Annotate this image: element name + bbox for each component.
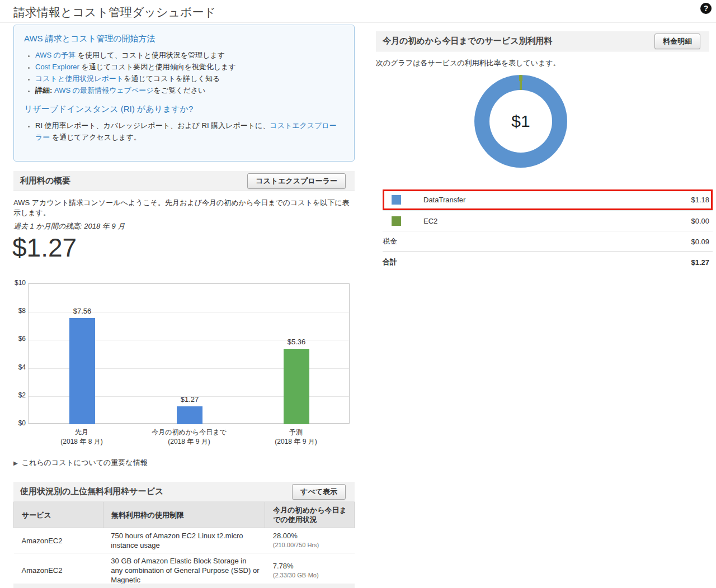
important-info-disclosure[interactable]: ▶これらのコストについての重要な情報: [13, 458, 148, 468]
bar: [284, 349, 309, 424]
reserved-instances-title-link[interactable]: リザーブドインスタンス (RI) がありますか?: [24, 104, 344, 115]
service-costs-legend: DataTransfer $1.18 EC2 $0.00 税金 $0.09 合計…: [383, 189, 713, 272]
legend-amount: $0.09: [691, 238, 709, 246]
bar-chart-plot-area: $7.56$1.27$5.36: [28, 283, 350, 424]
y-axis-tick: $8: [13, 307, 26, 315]
bar-value-label: $1.27: [136, 395, 243, 404]
list-item: Cost Explorer を通じてコスト要因と使用傾向を視覚化します: [35, 61, 344, 73]
column-header-service: サービス: [14, 502, 103, 528]
donut-center-label: $1: [489, 90, 552, 153]
ec2-color-swatch: [392, 216, 401, 226]
reserved-instances-list: RI 使用率レポート、カバレッジレポート、および RI 購入レポートに、コストエ…: [26, 120, 344, 143]
bar-value-label: $7.56: [29, 307, 136, 315]
datatransfer-color-swatch: [392, 195, 401, 205]
legend-amount: $1.18: [691, 196, 709, 204]
cost-explorer-link[interactable]: Cost Explorer: [35, 63, 79, 71]
title-divider: [0, 22, 716, 23]
list-item-text: をご覧ください: [154, 86, 206, 94]
legend-label: EC2: [423, 217, 437, 225]
y-axis-tick: $4: [13, 363, 26, 371]
spend-summary-header: 利用料の概要 コストエクスプローラー: [13, 171, 355, 191]
usage-percent: 28.00%: [273, 531, 349, 540]
bar-value-label: $5.36: [243, 338, 350, 346]
x-axis-label: 先月(2018 年 8 月): [28, 428, 135, 447]
table-row: AmazonEC2 30 GB of Amazon Elastic Block …: [14, 553, 355, 588]
whats-new-link[interactable]: AWS の最新情報ウェブページ: [54, 86, 154, 94]
list-item: コストと使用状況レポートを通じてコストを詳しく知る: [35, 73, 344, 84]
partial-next-section: [13, 584, 355, 588]
cost-usage-report-link[interactable]: コストと使用状況レポート: [35, 74, 124, 83]
legend-row-total: 合計 $1.27: [383, 252, 713, 272]
limit-cell: 750 hours of Amazon EC2 Linux t2.micro i…: [103, 528, 265, 553]
show-all-button[interactable]: すべて表示: [292, 484, 346, 500]
list-item-text: を使用して、コストと使用状況を管理します: [76, 51, 225, 59]
x-axis-label: 予測(2018 年 9 月): [242, 428, 350, 447]
bar: [177, 406, 202, 424]
cost-donut-chart: $1: [474, 75, 567, 168]
help-icon[interactable]: ?: [700, 3, 712, 14]
list-item-text: を通じてコストを詳しく知る: [124, 74, 220, 83]
cost-bar-chart: $7.56$1.27$5.36 $0$2$4$6$8$10先月(2018 年 8…: [13, 279, 355, 453]
list-item: 詳細: AWS の最新情報ウェブページをご覧ください: [35, 84, 344, 96]
legend-row-tax: 税金 $0.09: [383, 231, 713, 252]
limit-cell: 30 GB of Amazon Elastic Block Storage in…: [103, 553, 265, 588]
getting-started-title-link[interactable]: AWS 請求とコスト管理の開始方法: [24, 34, 344, 44]
disclosure-triangle-icon: ▶: [13, 460, 18, 466]
usage-detail: (210.00/750 Hrs): [273, 540, 349, 550]
free-tier-title: 使用状況別の上位無料利用枠サービス: [20, 486, 163, 497]
usage-cell: 7.78% (2.33/30 GB-Mo): [265, 553, 355, 588]
service-costs-header: 今月の初めから今日までのサービス別利用料 料金明細: [376, 31, 709, 51]
list-item-text: を通じてアクセスします。: [50, 133, 141, 141]
balance-amount: $1.27: [12, 233, 77, 263]
balance-label: 過去 1 か月間の残高: 2018 年 9 月: [13, 221, 125, 231]
service-costs-description: 次のグラフは各サービスの利用料比率を表しています。: [376, 58, 709, 68]
service-cell: AmazonEC2: [14, 553, 103, 588]
table-row: AmazonEC2 750 hours of Amazon EC2 Linux …: [14, 528, 355, 553]
cost-explorer-button[interactable]: コストエクスプローラー: [247, 173, 346, 189]
legend-label: DataTransfer: [423, 196, 465, 204]
x-axis-label: 今月の初めから今日まで(2018 年 9 月): [135, 428, 243, 447]
list-item: AWS の予算 を使用して、コストと使用状況を管理します: [35, 49, 344, 61]
usage-detail: (2.33/30 GB-Mo): [273, 571, 349, 580]
welcome-text: AWS アカウント請求コンソールへようこそ。先月および今月の初めから今日までのコ…: [13, 198, 355, 218]
legend-row-ec2: EC2 $0.00: [383, 210, 713, 231]
service-cell: AmazonEC2: [14, 528, 103, 553]
y-axis-tick: $2: [13, 391, 26, 399]
bar: [69, 318, 95, 424]
free-tier-table: サービス 無料利用枠の使用制限 今月の初めから今日までの使用状況 AmazonE…: [13, 502, 355, 588]
y-axis-tick: $0: [13, 419, 26, 427]
important-info-label: これらのコストについての重要な情報: [22, 458, 148, 467]
y-axis-tick: $6: [13, 335, 26, 343]
y-axis-tick: $10: [13, 279, 26, 287]
list-item: RI 使用率レポート、カバレッジレポート、および RI 購入レポートに、コストエ…: [35, 120, 344, 143]
usage-cell: 28.00% (210.00/750 Hrs): [265, 528, 355, 553]
budgets-link[interactable]: AWS の予算: [35, 51, 76, 59]
legend-label: 合計: [383, 257, 397, 267]
service-costs-title: 今月の初めから今日までのサービス別利用料: [383, 36, 553, 46]
page-title: 請求情報とコスト管理ダッシュボード: [13, 4, 216, 20]
free-tier-header: 使用状況別の上位無料利用枠サービス すべて表示: [13, 482, 355, 502]
column-header-usage: 今月の初めから今日までの使用状況: [265, 502, 355, 528]
detail-label: 詳細:: [35, 86, 54, 94]
legend-amount: $1.27: [691, 258, 709, 267]
usage-percent: 7.78%: [273, 561, 349, 571]
column-header-limit: 無料利用枠の使用制限: [103, 502, 265, 528]
legend-label: 税金: [383, 236, 397, 246]
bill-details-button[interactable]: 料金明細: [654, 34, 700, 49]
legend-amount: $0.00: [691, 217, 709, 225]
getting-started-panel: AWS 請求とコスト管理の開始方法 AWS の予算 を使用して、コストと使用状況…: [13, 25, 355, 162]
list-item-text: を通じてコスト要因と使用傾向を視覚化します: [79, 63, 236, 71]
spend-summary-title: 利用料の概要: [20, 176, 70, 186]
legend-row-datatransfer[interactable]: DataTransfer $1.18: [383, 189, 713, 210]
getting-started-list: AWS の予算 を使用して、コストと使用状況を管理します Cost Explor…: [26, 49, 344, 96]
list-item-text: RI 使用率レポート、カバレッジレポート、および RI 購入レポートに、: [35, 121, 270, 130]
free-tier-panel: 使用状況別の上位無料利用枠サービス すべて表示 サービス 無料利用枠の使用制限 …: [13, 482, 355, 588]
